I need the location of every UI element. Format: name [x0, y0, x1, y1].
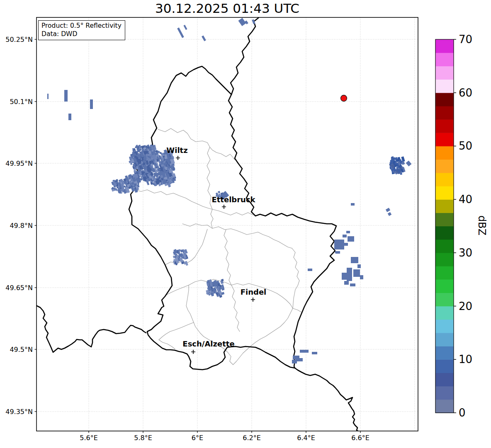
radar-echo-dash — [335, 252, 340, 254]
city-label: Ettelbruck — [211, 195, 255, 204]
y-tick-label: 49.8°N — [10, 222, 33, 230]
canton-border-path — [231, 285, 240, 332]
canton-border-path — [186, 279, 293, 365]
x-tick-label: 5.8°E — [134, 434, 152, 442]
x-tick-label: 6°E — [192, 434, 203, 442]
radar-site-dot — [341, 95, 347, 102]
colorbar-segment — [435, 386, 454, 400]
radar-echo-dash — [351, 203, 355, 206]
radar-echo-dash — [308, 269, 312, 271]
colorbar-segment — [435, 53, 454, 66]
radar-echo-dash — [312, 352, 317, 354]
colorbar-tick-label: 70 — [459, 33, 472, 46]
colorbar-segment — [435, 39, 454, 53]
y-tick-label: 49.95°N — [5, 160, 33, 167]
radar-echo-block — [351, 257, 358, 263]
colorbar-tick-label: 10 — [459, 353, 472, 366]
radar-echo-block — [344, 243, 348, 246]
colorbar-segment — [435, 253, 454, 266]
colorbar-segment — [435, 320, 454, 333]
x-tick-label: 5.6°E — [80, 434, 98, 442]
radar-echo-dash — [68, 114, 71, 120]
city-label: Esch/Alzette — [182, 339, 234, 348]
radar-echo-dash — [386, 208, 390, 212]
radar-echo-dash — [90, 99, 93, 109]
radar-echo-dash — [47, 94, 49, 99]
colorbar-unit-label: dBZ — [476, 216, 488, 235]
colorbar-segment — [435, 333, 454, 346]
city-marker-cross — [222, 205, 226, 209]
colorbar-segment — [435, 173, 454, 186]
radar-echo-pixel — [180, 249, 183, 252]
x-tick-label: 6.6°E — [351, 434, 369, 442]
canton-border-path — [159, 322, 194, 340]
radar-echo-dash — [238, 18, 246, 26]
product-info-box: Product: 0.5° Reflectivity Data: DWD — [38, 20, 125, 40]
country-border-path — [231, 17, 259, 94]
plot-frame — [36, 17, 418, 431]
y-tick-label: 49.35°N — [5, 408, 33, 416]
radar-echo-block — [343, 235, 347, 237]
country-border-path — [129, 66, 336, 370]
radar-echo-block — [334, 240, 344, 249]
colorbar-segment — [435, 133, 454, 146]
colorbar-tick-label: 0 — [459, 407, 466, 419]
map-layers: WiltzEttelbruckFindelEsch/Alzette — [36, 17, 418, 431]
radar-echo-block — [292, 360, 297, 363]
radar-echo-block — [360, 275, 363, 279]
colorbar-segment — [435, 306, 454, 320]
radar-echo-pixel — [218, 191, 220, 193]
radar-echo-dash — [346, 231, 350, 233]
colorbar-segment — [435, 226, 454, 240]
colorbar-segment — [435, 146, 454, 160]
radar-echo-dash — [300, 350, 309, 353]
colorbar-segment — [435, 373, 454, 386]
colorbar-segment — [435, 213, 454, 226]
colorbar-segment — [435, 119, 454, 133]
city-label: Wiltz — [166, 146, 187, 155]
colorbar-tick-label: 40 — [459, 193, 472, 206]
colorbar-segment — [435, 93, 454, 107]
radar-echo-dash — [406, 160, 412, 166]
city-marker-cross — [176, 156, 180, 160]
colorbar-segment — [435, 346, 454, 360]
product-info-line: Product: 0.5° Reflectivity — [41, 22, 122, 30]
colorbar-segment — [435, 266, 454, 280]
colorbar-tick-label: 30 — [459, 247, 472, 259]
x-tick-label: 6.4°E — [297, 434, 315, 442]
colorbar-segment — [435, 279, 454, 293]
radar-echo-block — [348, 236, 354, 242]
radar-echo-block — [353, 269, 360, 277]
colorbar-segment — [435, 240, 454, 253]
y-tick-label: 50.1°N — [10, 98, 33, 106]
colorbar-segment — [435, 199, 454, 213]
colorbar-segment — [435, 293, 454, 306]
radar-echo-block — [342, 273, 348, 280]
radar-echo-block — [350, 283, 355, 286]
colorbar-segment — [435, 80, 454, 93]
country-border-path — [295, 368, 359, 431]
y-tick-label: 50.25°N — [5, 36, 33, 44]
city-marker-cross — [191, 350, 195, 354]
colorbar-tick-label: 20 — [459, 300, 472, 312]
radar-map-canvas: WiltzEttelbruckFindelEsch/Alzette5.6°E5.… — [0, 0, 491, 448]
canton-border-path — [182, 224, 292, 248]
y-tick-label: 49.5°N — [10, 346, 33, 354]
colorbar-segment — [435, 106, 454, 120]
radar-echo-dash — [202, 36, 206, 41]
colorbar-segment — [435, 400, 454, 413]
city-label: Findel — [241, 288, 267, 296]
colorbar-segment — [435, 186, 454, 200]
radar-echo-dash — [388, 212, 392, 216]
weather-radar-figure: 30.12.2025 01:43 UTC WiltzEttelbruckFind… — [0, 0, 491, 448]
data-source-line: Data: DWD — [41, 30, 122, 38]
colorbar-segment — [435, 359, 454, 373]
canton-border-path — [224, 230, 231, 285]
radar-echo-dash — [64, 90, 68, 102]
colorbar-tick-label: 60 — [459, 87, 472, 99]
country-border-path — [36, 305, 146, 352]
radar-echo-block — [344, 281, 349, 285]
canton-border-path — [292, 248, 299, 308]
radar-echo-dash — [252, 19, 255, 24]
radar-echo-block — [357, 264, 361, 268]
